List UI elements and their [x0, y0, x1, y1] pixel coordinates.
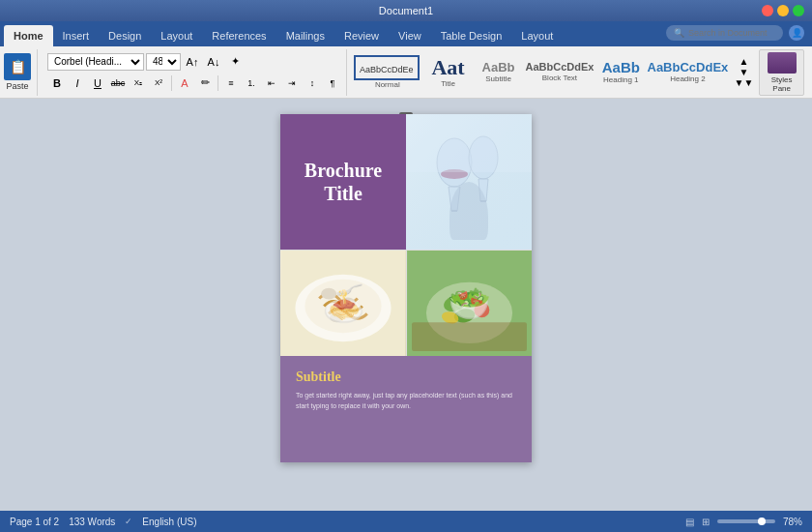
- document-area: Brochure Title: [0, 99, 812, 511]
- subscript-button[interactable]: X₂: [129, 74, 148, 92]
- indent-increase-button[interactable]: ⇥: [282, 74, 302, 92]
- search-input[interactable]: [688, 28, 775, 38]
- svg-point-17: [463, 290, 484, 307]
- italic-button[interactable]: I: [68, 74, 87, 92]
- decrease-font-button[interactable]: A↓: [204, 53, 223, 71]
- styles-down-icon[interactable]: ▼: [739, 67, 748, 77]
- close-button[interactable]: [762, 5, 773, 16]
- brochure-subtitle: Subtitle: [296, 369, 516, 385]
- brochure-bottom[interactable]: Subtitle To get started right away, just…: [280, 356, 532, 462]
- clear-format-button[interactable]: ✦: [225, 53, 245, 71]
- title-bar: Document1: [0, 0, 812, 21]
- style-blocktext-preview: AaBbCcDdEx: [525, 62, 594, 73]
- indent-decrease-button[interactable]: ⇤: [262, 74, 281, 92]
- tab-mailings[interactable]: Mailings: [276, 25, 334, 46]
- tab-view[interactable]: View: [389, 25, 431, 46]
- brochure-photo-pasta: [280, 251, 406, 356]
- font-color-button[interactable]: A: [175, 74, 194, 92]
- font-name-select[interactable]: Corbel (Headi...: [47, 53, 144, 71]
- style-heading2[interactable]: AaBbCcDdEx Heading 2: [647, 58, 728, 86]
- view-normal-icon[interactable]: ▤: [685, 517, 694, 527]
- highlight-button[interactable]: ✏: [195, 74, 215, 92]
- tab-home[interactable]: Home: [4, 25, 53, 46]
- svg-rect-7: [406, 114, 532, 172]
- style-h1-label: Heading 1: [603, 75, 638, 84]
- underline-button[interactable]: U: [88, 74, 107, 92]
- numbering-button[interactable]: 1.: [242, 74, 261, 92]
- style-blocktext-label: Block Text: [542, 74, 577, 82]
- document-page[interactable]: Brochure Title: [280, 114, 532, 462]
- divider: [171, 75, 172, 91]
- increase-font-button[interactable]: A↑: [183, 53, 202, 71]
- strikethrough-button[interactable]: abc: [108, 74, 128, 92]
- paste-icon: 📋: [10, 59, 26, 74]
- style-subtitle[interactable]: AaBb Subtitle: [475, 58, 523, 86]
- brochure-description: To get started right away, just tap any …: [296, 391, 516, 411]
- paste-label: Paste: [6, 81, 28, 91]
- brochure-photo-salad: [406, 251, 532, 356]
- tab-review[interactable]: Review: [334, 25, 389, 46]
- language-indicator: English (US): [142, 517, 196, 527]
- styles-group: AaBbCcDdEe Normal Aat Title AaBb Subtitl…: [349, 47, 808, 98]
- tab-design[interactable]: Design: [99, 25, 151, 46]
- style-normal-label: Normal: [375, 80, 400, 89]
- style-title[interactable]: Aat Title: [424, 54, 473, 91]
- word-count: 133 Words: [69, 517, 115, 527]
- svg-point-10: [304, 280, 381, 333]
- styles-pane-icon: [768, 52, 797, 74]
- check-icon: ✓: [125, 517, 132, 526]
- document-wrapper: Brochure Title: [280, 114, 532, 495]
- tab-references[interactable]: References: [202, 25, 276, 46]
- font-row: Corbel (Headi... 48 A↑ A↓ ✦: [47, 53, 342, 71]
- style-heading1[interactable]: AaBb Heading 1: [596, 57, 645, 87]
- styles-expand-icon[interactable]: ▼▼: [734, 77, 753, 88]
- style-normal[interactable]: AaBbCcDdEe Normal: [353, 52, 422, 92]
- paste-group: 📋 Paste: [4, 49, 38, 96]
- style-h1-preview: AaBb: [602, 60, 640, 74]
- brochure: Brochure Title: [280, 114, 532, 462]
- zoom-slider[interactable]: [717, 519, 775, 523]
- status-bar: Page 1 of 2 133 Words ✓ English (US) ▤ ⊞…: [0, 511, 812, 532]
- style-h2-preview: AaBbCcDdEx: [648, 61, 729, 74]
- style-h2-label: Heading 2: [670, 74, 705, 83]
- page-indicator: Page 1 of 2: [10, 517, 59, 527]
- style-blocktext[interactable]: AaBbCcDdEx Block Text: [525, 59, 595, 85]
- bullets-button[interactable]: ≡: [221, 74, 241, 92]
- svg-rect-21: [412, 322, 527, 351]
- svg-point-11: [321, 288, 336, 300]
- styles-up-icon[interactable]: ▲: [739, 56, 748, 67]
- bold-button[interactable]: B: [47, 74, 67, 92]
- tab-table-layout[interactable]: Layout: [511, 25, 563, 46]
- minimize-button[interactable]: [777, 5, 789, 16]
- brochure-title-block[interactable]: Brochure Title: [280, 114, 406, 250]
- styles-pane-button[interactable]: Styles Pane: [759, 49, 804, 96]
- zoom-slider-thumb[interactable]: [758, 517, 766, 525]
- style-title-label: Title: [441, 79, 455, 88]
- tab-table-design[interactable]: Table Design: [431, 25, 512, 46]
- format-btn-row: B I U abc X₂ X² A ✏ ≡ 1. ⇤ ⇥ ↕ ¶: [47, 74, 342, 92]
- style-subtitle-label: Subtitle: [485, 74, 511, 83]
- brochure-top: Brochure Title: [280, 114, 532, 250]
- window-title: Document1: [379, 5, 433, 16]
- superscript-button[interactable]: X²: [149, 74, 168, 92]
- format-group: Corbel (Headi... 48 A↑ A↓ ✦ B I U abc X₂…: [44, 49, 347, 96]
- svg-point-13: [330, 312, 343, 322]
- sort-button[interactable]: ↕: [303, 74, 322, 92]
- brochure-photo-wine: [406, 114, 532, 250]
- style-normal-preview: AaBbCcDdEe: [360, 65, 414, 74]
- style-title-preview: Aat: [431, 57, 464, 78]
- paste-button[interactable]: 📋 Paste: [4, 53, 31, 91]
- window-controls[interactable]: [762, 5, 804, 16]
- zoom-level: 78%: [783, 517, 802, 527]
- styles-scroll[interactable]: ▲ ▼ ▼▼: [730, 56, 757, 88]
- tab-layout[interactable]: Layout: [151, 25, 202, 46]
- maximize-button[interactable]: [793, 5, 804, 16]
- view-read-icon[interactable]: ⊞: [702, 517, 710, 527]
- style-subtitle-preview: AaBb: [482, 61, 515, 74]
- svg-point-12: [340, 298, 356, 310]
- user-avatar[interactable]: 👤: [789, 25, 804, 41]
- toolbar: 📋 Paste Corbel (Headi... 48 A↑ A↓ ✦ B I …: [0, 46, 812, 99]
- tab-insert[interactable]: Insert: [53, 25, 100, 46]
- show-marks-button[interactable]: ¶: [323, 74, 342, 92]
- font-size-select[interactable]: 48: [146, 53, 181, 71]
